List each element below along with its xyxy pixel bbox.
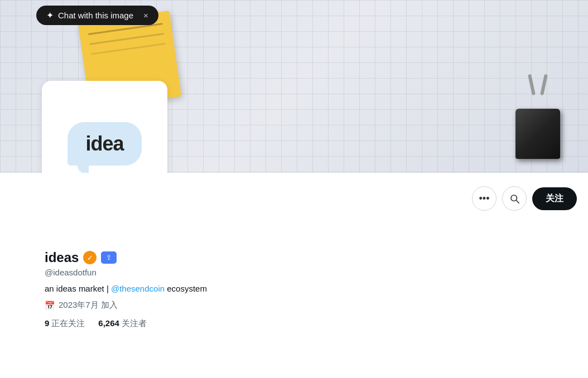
- clip-body: [515, 109, 560, 159]
- action-row: ••• 关注: [0, 177, 588, 211]
- profile-name: ideas: [45, 250, 79, 265]
- avatar: idea: [42, 81, 167, 173]
- chat-overlay[interactable]: ✦ Chat with this image ×: [36, 6, 158, 25]
- profile-meta: 📅 2023年7月 加入: [45, 300, 543, 311]
- profile-info: ideas ✓ ⇪ @ideasdotfun an ideas market |…: [0, 211, 588, 340]
- avatar-bubble: idea: [68, 122, 141, 166]
- profile-stats: 9 正在关注 6,264 关注者: [45, 318, 543, 329]
- following-count: 9: [45, 318, 49, 329]
- extra-badge: ⇪: [101, 251, 117, 264]
- profile-bio: an ideas market | @thesendcoin ecosystem: [45, 284, 543, 293]
- calendar-icon: 📅: [45, 301, 55, 311]
- more-options-button[interactable]: •••: [472, 186, 497, 211]
- profile-handle: @ideasdotfun: [45, 268, 543, 277]
- verified-badge: ✓: [83, 251, 97, 264]
- profile-banner: idea: [0, 0, 588, 173]
- following-label: 正在关注: [51, 318, 85, 329]
- chat-overlay-label: Chat with this image: [58, 11, 133, 20]
- close-icon[interactable]: ×: [143, 11, 148, 20]
- profile-name-row: ideas ✓ ⇪: [45, 250, 543, 265]
- bio-text: an ideas market |: [45, 284, 111, 293]
- join-date: 2023年7月 加入: [59, 300, 118, 311]
- sparkle-icon: ✦: [46, 10, 54, 21]
- followers-label: 关注者: [122, 318, 147, 329]
- binder-clip-decoration: [510, 92, 566, 164]
- followers-stat[interactable]: 6,264 关注者: [98, 318, 147, 329]
- follow-button[interactable]: 关注: [532, 187, 577, 210]
- search-button[interactable]: [502, 186, 527, 211]
- bio-suffix: ecosystem: [165, 284, 207, 293]
- avatar-text: idea: [85, 132, 123, 155]
- svg-line-1: [517, 201, 519, 203]
- followers-count: 6,264: [98, 318, 119, 329]
- clip-arm-left: [528, 74, 536, 95]
- clip-arm-right: [540, 74, 548, 95]
- svg-point-0: [511, 195, 517, 201]
- following-stat[interactable]: 9 正在关注: [45, 318, 85, 329]
- bio-link[interactable]: @thesendcoin: [111, 284, 165, 293]
- search-icon: [509, 193, 519, 203]
